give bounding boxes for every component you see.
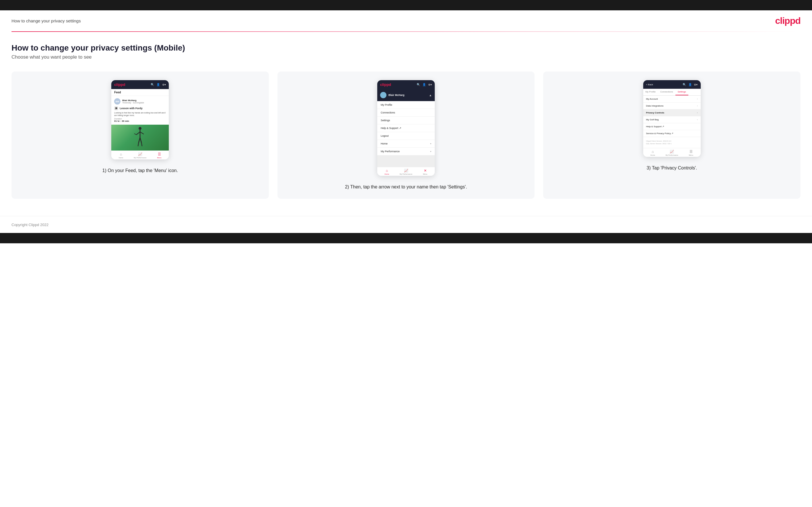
home-icon-2: ⌂ xyxy=(386,169,388,173)
bottom-bar xyxy=(0,233,812,243)
nav-home-2: ⌂ Home xyxy=(377,169,397,175)
menu-home-label: Home xyxy=(381,142,388,145)
home-chevron-icon: ▾ xyxy=(430,143,431,145)
tab-myprofile[interactable]: My Profile xyxy=(643,89,658,95)
step-1-card: clippd 🔍 👤 ⊕▾ Feed BM Blair McHarg xyxy=(11,71,269,199)
steps-container: clippd 🔍 👤 ⊕▾ Feed BM Blair McHarg xyxy=(11,71,801,199)
step-2-phone: clippd 🔍 👤 ⊕▾ Blair McHarg ▲ xyxy=(377,80,435,176)
page-subheading: Choose what you want people to see xyxy=(11,54,801,60)
step-3-card: < Back 🔍 👤 ⊕▾ My Profile Connections Set… xyxy=(543,71,801,199)
feed-user-info: Blair McHarg Yesterday · Sunningdale xyxy=(122,99,144,104)
performance-icon-3: 📈 xyxy=(670,150,674,154)
phone-1-icons: 🔍 👤 ⊕▾ xyxy=(150,83,166,87)
home-label: Home xyxy=(119,157,123,159)
step-3-description: 3) Tap 'Privacy Controls'. xyxy=(647,165,697,171)
phone-2-icons: 🔍 👤 ⊕▾ xyxy=(416,83,432,87)
close-label: Menu xyxy=(423,173,427,175)
step-2-description: 2) Then, tap the arrow next to your name… xyxy=(345,184,467,190)
menu-user-name: Blair McHarg xyxy=(389,94,405,97)
phone-1-nav: ⌂ Home 📈 My Performance ☰ Menu xyxy=(111,151,169,159)
performance-chevron-icon: ▾ xyxy=(430,150,431,153)
settings-tabs: My Profile Connections Settings xyxy=(643,89,701,96)
logo: clippd xyxy=(775,15,801,26)
menu-fade xyxy=(377,155,435,167)
mygolfbag-arrow-icon: › xyxy=(697,118,698,121)
nav-close: ✕ Menu xyxy=(415,169,435,175)
helpsupport-label: Help & Support ↗ xyxy=(646,125,664,128)
menu-user-row: Blair McHarg ▲ xyxy=(377,89,435,101)
serviceprivacy-label: Service & Privacy Policy ↗ xyxy=(646,132,673,135)
phone-1-logo: clippd xyxy=(114,82,125,87)
feed-user-row: BM Blair McHarg Yesterday · Sunningdale xyxy=(114,98,166,105)
privacycontrols-label: Privacy Controls xyxy=(646,111,664,114)
lesson-icon: 🎥 xyxy=(114,106,118,110)
duration-val: 01 hr : 30 min xyxy=(114,120,166,122)
menu-user-avatar xyxy=(380,92,387,98)
home-icon: ⌂ xyxy=(120,152,122,156)
settings-icon-2: ⊕▾ xyxy=(428,83,432,87)
feed-avatar: BM xyxy=(114,98,120,105)
lesson-row: 🎥 Lesson with Fordy xyxy=(114,106,166,110)
settings-item-dataintegrations[interactable]: Data Integrations › xyxy=(643,103,701,109)
menu-item-connections: Connections xyxy=(377,109,435,117)
settings-item-privacycontrols[interactable]: Privacy Controls › xyxy=(643,109,701,116)
settings-item-serviceprivacy[interactable]: Service & Privacy Policy ↗ xyxy=(643,130,701,137)
svg-line-8 xyxy=(142,143,142,146)
svg-point-0 xyxy=(139,127,142,130)
svg-line-7 xyxy=(138,143,139,146)
menu-user-left: Blair McHarg xyxy=(380,92,405,98)
tab-connections[interactable]: Connections xyxy=(658,89,675,95)
header-title: How to change your privacy settings xyxy=(11,18,81,23)
close-icon: ✕ xyxy=(424,169,427,173)
nav-menu-3: ☰ Menu xyxy=(681,150,701,156)
performance-icon-2: 📈 xyxy=(404,169,408,173)
nav-home-3: ⌂ Home xyxy=(643,150,662,156)
menu-label-3: Menu xyxy=(689,154,693,156)
feed-image xyxy=(111,125,169,151)
nav-performance-2: 📈 My Performance xyxy=(397,169,416,175)
menu-icon: ☰ xyxy=(158,152,161,156)
menu-item-home: Home ▾ xyxy=(377,140,435,148)
feed-user-meta: Yesterday · Sunningdale xyxy=(122,102,144,104)
tab-settings[interactable]: Settings xyxy=(675,89,689,95)
lesson-title: Lesson with Fordy xyxy=(119,107,143,110)
privacycontrols-arrow-icon: › xyxy=(697,111,698,114)
settings-item-myaccount[interactable]: My Account › xyxy=(643,96,701,103)
svg-line-6 xyxy=(140,137,142,143)
version-line1: Clippd Client Version: 2022.8.3-3 xyxy=(646,140,698,143)
chevron-up-icon: ▲ xyxy=(429,94,432,97)
settings-item-mygolfbag[interactable]: My Golf Bag › xyxy=(643,116,701,123)
back-button[interactable]: < Back xyxy=(646,83,653,86)
settings-list: My Account › Data Integrations › Privacy… xyxy=(643,96,701,137)
feed-user-name: Blair McHarg xyxy=(122,99,144,102)
mygolfbag-label: My Golf Bag xyxy=(646,118,659,121)
nav-home: ⌂ Home xyxy=(111,152,131,159)
feed-tab: Feed xyxy=(111,89,169,96)
phone-2-header: clippd 🔍 👤 ⊕▾ xyxy=(377,80,435,89)
search-icon-3: 🔍 xyxy=(682,82,687,87)
search-icon-2: 🔍 xyxy=(416,83,420,87)
profile-icon-2: 👤 xyxy=(422,83,426,87)
settings-footer: Clippd Client Version: 2022.8.3-3 GQL Se… xyxy=(643,137,701,148)
step-2-card: clippd 🔍 👤 ⊕▾ Blair McHarg ▲ xyxy=(277,71,535,199)
home-icon-3: ⌂ xyxy=(652,150,654,154)
phone-3-icons: 🔍 👤 ⊕▾ xyxy=(682,82,698,87)
search-icon: 🔍 xyxy=(150,83,154,87)
settings-icon-3: ⊕▾ xyxy=(694,82,698,87)
profile-icon: 👤 xyxy=(156,83,160,87)
myaccount-arrow-icon: › xyxy=(697,98,698,100)
home-label-3: Home xyxy=(650,154,655,156)
menu-item-myperformance: My Performance ▾ xyxy=(377,148,435,155)
footer: Copyright Clippd 2022 xyxy=(0,216,812,233)
nav-performance-3: 📈 My Performance xyxy=(662,150,681,156)
phone-2-logo: clippd xyxy=(380,82,391,87)
menu-label: Menu xyxy=(157,157,162,159)
performance-label-3: My Performance xyxy=(666,154,678,156)
menu-item-logout: Logout xyxy=(377,132,435,140)
phone-1-header: clippd 🔍 👤 ⊕▾ xyxy=(111,80,169,89)
menu-item-helpsupport: Help & Support ↗ xyxy=(377,124,435,132)
settings-back-row: < Back 🔍 👤 ⊕▾ xyxy=(643,80,701,89)
page-heading: How to change your privacy settings (Mob… xyxy=(11,43,801,53)
step-3-phone: < Back 🔍 👤 ⊕▾ My Profile Connections Set… xyxy=(643,80,701,157)
settings-item-helpsupport[interactable]: Help & Support ↗ xyxy=(643,123,701,130)
